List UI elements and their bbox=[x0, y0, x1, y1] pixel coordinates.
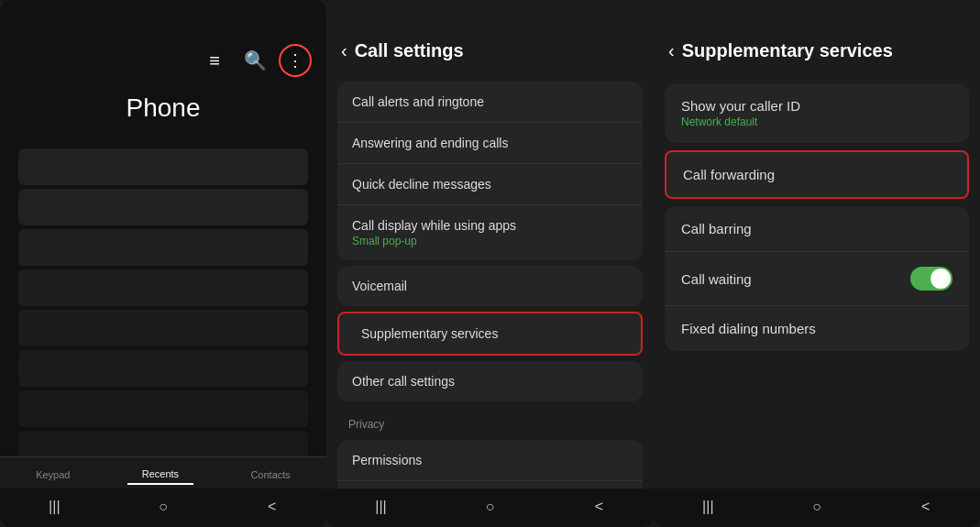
call-waiting-toggle[interactable] bbox=[910, 267, 952, 291]
call-settings-group-3: Other call settings bbox=[337, 361, 643, 401]
privacy-section-label: Privacy bbox=[326, 407, 654, 434]
android-nav-bar-1: ||| ○ < bbox=[0, 489, 326, 527]
app-title: Phone bbox=[0, 84, 326, 141]
other-call-settings-item[interactable]: Other call settings bbox=[337, 361, 643, 401]
permissions-item[interactable]: Permissions bbox=[337, 440, 643, 481]
supplementary-services-item[interactable]: Supplementary services bbox=[339, 313, 641, 354]
nav-home[interactable]: ○ bbox=[147, 496, 180, 518]
search-icon[interactable]: 🔍 bbox=[238, 44, 271, 77]
tab-recents[interactable]: Recents bbox=[127, 465, 193, 485]
call-forwarding-item[interactable]: Call forwarding bbox=[666, 152, 967, 197]
caller-id-sub: Network default bbox=[681, 115, 800, 128]
call-display-item[interactable]: Call display while using apps Small pop-… bbox=[337, 205, 643, 260]
more-options-icon[interactable]: ⋮ bbox=[279, 44, 312, 77]
nav-back-2[interactable]: < bbox=[583, 496, 616, 518]
call-settings-group-1: Call alerts and ringtone Answering and e… bbox=[337, 82, 643, 260]
tab-keypad[interactable]: Keypad bbox=[21, 466, 84, 484]
toggle-knob bbox=[930, 269, 951, 289]
fixed-dialing-item[interactable]: Fixed dialing numbers bbox=[665, 306, 969, 351]
show-caller-id-group: Show your caller ID Network default bbox=[665, 83, 969, 143]
nav-recent-apps[interactable]: ||| bbox=[38, 496, 71, 518]
call-settings-group-2: Voicemail bbox=[337, 266, 643, 306]
filter-icon[interactable]: ≡ bbox=[198, 44, 231, 77]
tab-contacts[interactable]: Contacts bbox=[236, 466, 304, 484]
call-alerts-item[interactable]: Call alerts and ringtone bbox=[337, 82, 643, 123]
voicemail-item[interactable]: Voicemail bbox=[337, 266, 643, 306]
supp-header: ‹ Supplementary services bbox=[654, 0, 980, 72]
call-settings-header: ‹ Call settings bbox=[326, 0, 654, 72]
call-display-sub: Small pop-up bbox=[352, 235, 628, 247]
supp-title: Supplementary services bbox=[682, 40, 893, 61]
bottom-tabs: Keypad Recents Contacts bbox=[0, 456, 326, 489]
call-settings-list: Call alerts and ringtone Answering and e… bbox=[326, 72, 654, 489]
nav-recent-apps-2[interactable]: ||| bbox=[365, 496, 398, 518]
nav-home-3[interactable]: ○ bbox=[800, 496, 833, 518]
contacts-list bbox=[0, 141, 326, 456]
call-waiting-item[interactable]: Call waiting bbox=[665, 252, 969, 306]
back-button-2[interactable]: ‹ bbox=[341, 40, 347, 61]
privacy-group: Permissions About Phone ● Contact us bbox=[337, 440, 643, 489]
answering-ending-item[interactable]: Answering and ending calls bbox=[337, 123, 643, 164]
supplementary-services-highlighted[interactable]: Supplementary services bbox=[337, 312, 643, 356]
nav-recent-apps-3[interactable]: ||| bbox=[691, 496, 724, 518]
about-phone-item[interactable]: About Phone ● bbox=[337, 481, 643, 489]
supp-settings-list: Show your caller ID Network default Call… bbox=[654, 72, 980, 489]
quick-decline-item[interactable]: Quick decline messages bbox=[337, 164, 643, 205]
phone-header: ≡ 🔍 ⋮ bbox=[0, 0, 326, 84]
android-nav-bar-3: ||| ○ < bbox=[654, 489, 980, 527]
call-settings-panel: ‹ Call settings Call alerts and ringtone… bbox=[326, 0, 654, 527]
call-forwarding-highlighted[interactable]: Call forwarding bbox=[665, 150, 969, 199]
phone-panel: ≡ 🔍 ⋮ Phone Keypad Recents Contacts ||| … bbox=[0, 0, 326, 527]
supp-group-2: Call barring Call waiting Fixed dialing … bbox=[665, 206, 969, 351]
supplementary-services-panel: ‹ Supplementary services Show your calle… bbox=[654, 0, 980, 527]
show-caller-id-item[interactable]: Show your caller ID Network default bbox=[665, 83, 969, 143]
nav-back[interactable]: < bbox=[256, 496, 289, 518]
android-nav-bar-2: ||| ○ < bbox=[326, 489, 654, 527]
call-barring-item[interactable]: Call barring bbox=[665, 206, 969, 252]
back-button-3[interactable]: ‹ bbox=[668, 40, 675, 61]
nav-back-3[interactable]: < bbox=[909, 496, 942, 518]
call-settings-title: Call settings bbox=[355, 40, 464, 61]
nav-home-2[interactable]: ○ bbox=[474, 496, 507, 518]
